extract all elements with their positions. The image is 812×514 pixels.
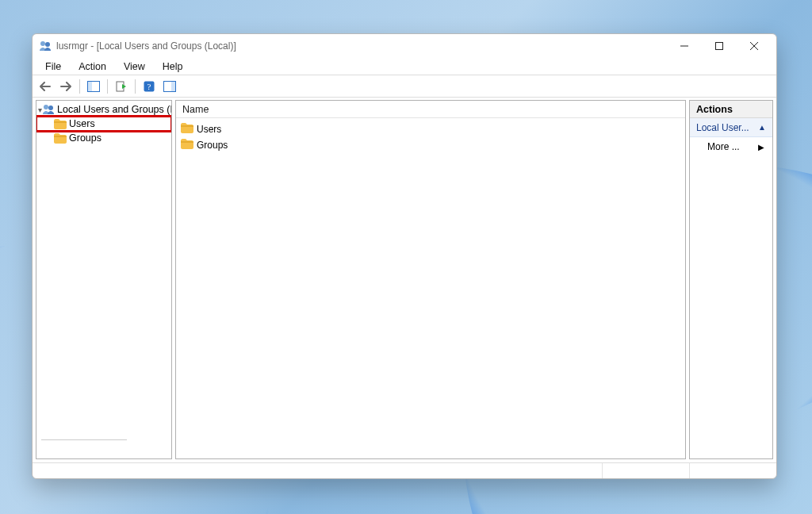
list-item[interactable]: Users — [179, 121, 682, 137]
folder-icon — [54, 117, 67, 130]
tree-horizontal-scrollbar[interactable] — [41, 439, 127, 452]
tree-node-users[interactable]: Users — [36, 117, 171, 131]
users-groups-icon — [42, 103, 55, 116]
tree-root-label: Local Users and Groups (Local) — [57, 104, 171, 115]
statusbar-cell — [602, 463, 689, 478]
statusbar-cell — [689, 463, 776, 478]
chevron-right-icon: ▶ — [758, 143, 764, 152]
actions-more-item[interactable]: More ... ▶ — [690, 137, 772, 156]
statusbar-cell — [33, 463, 602, 478]
toolbar-export-button[interactable] — [112, 78, 131, 95]
tree-node-label: Groups — [69, 132, 102, 144]
statusbar — [33, 462, 776, 478]
svg-rect-9 — [171, 82, 175, 91]
toolbar-forward-button[interactable] — [56, 78, 75, 95]
menu-help[interactable]: Help — [155, 59, 191, 74]
actions-pane-title: Actions — [690, 101, 772, 118]
list-item-label: Groups — [197, 140, 228, 151]
folder-icon — [54, 132, 67, 144]
folder-icon — [181, 123, 193, 136]
toolbar-back-button[interactable] — [36, 78, 55, 95]
close-button[interactable] — [737, 35, 772, 57]
list-body[interactable]: Users Groups — [176, 118, 685, 156]
toolbar-toggle-actions-button[interactable] — [160, 78, 179, 95]
svg-point-11 — [48, 105, 53, 110]
svg-rect-4 — [88, 82, 92, 91]
tree-root-node[interactable]: ▾ Local Users and Groups (Local) — [36, 102, 171, 117]
svg-point-0 — [40, 41, 45, 46]
svg-rect-2 — [716, 43, 723, 50]
list-item[interactable]: Groups — [179, 137, 682, 153]
svg-point-1 — [45, 42, 50, 47]
collapse-icon: ▲ — [758, 123, 766, 132]
maximize-button[interactable] — [702, 35, 737, 57]
toolbar-separator — [79, 79, 80, 94]
actions-group-label: Local User... — [696, 122, 749, 133]
titlebar[interactable]: lusrmgr - [Local Users and Groups (Local… — [33, 34, 776, 58]
svg-text:?: ? — [147, 82, 151, 91]
tree-node-groups[interactable]: Groups — [36, 131, 171, 145]
toolbar-separator — [135, 79, 136, 94]
list-item-label: Users — [197, 124, 221, 135]
toolbar-help-button[interactable]: ? — [140, 78, 159, 95]
minimize-button[interactable] — [667, 35, 702, 57]
actions-pane: Actions Local User... ▲ More ... ▶ — [689, 100, 773, 459]
actions-group-header[interactable]: Local User... ▲ — [690, 118, 772, 137]
list-column-header[interactable]: Name — [176, 101, 685, 118]
toolbar: ? — [33, 75, 776, 98]
toolbar-separator — [107, 79, 108, 94]
folder-icon — [181, 139, 193, 152]
window-body: ▾ Local Users and Groups (Local) Users — [33, 98, 776, 462]
menu-view[interactable]: View — [116, 59, 153, 74]
svg-point-10 — [44, 105, 48, 109]
console-tree-pane: ▾ Local Users and Groups (Local) Users — [36, 100, 172, 459]
details-list-pane: Name Users Groups — [175, 100, 686, 459]
menu-file[interactable]: File — [37, 59, 69, 74]
window-title: lusrmgr - [Local Users and Groups (Local… — [56, 40, 236, 52]
mmc-window: lusrmgr - [Local Users and Groups (Local… — [32, 33, 777, 479]
toolbar-toggle-tree-button[interactable] — [84, 78, 103, 95]
desktop-background: lusrmgr - [Local Users and Groups (Local… — [0, 0, 812, 514]
column-name-header[interactable]: Name — [182, 104, 209, 115]
actions-more-label: More ... — [707, 141, 740, 152]
app-icon — [39, 40, 52, 52]
menubar: File Action View Help — [33, 58, 776, 75]
tree-node-label: Users — [69, 118, 95, 129]
menu-action[interactable]: Action — [71, 59, 114, 74]
console-tree[interactable]: ▾ Local Users and Groups (Local) Users — [36, 101, 171, 458]
